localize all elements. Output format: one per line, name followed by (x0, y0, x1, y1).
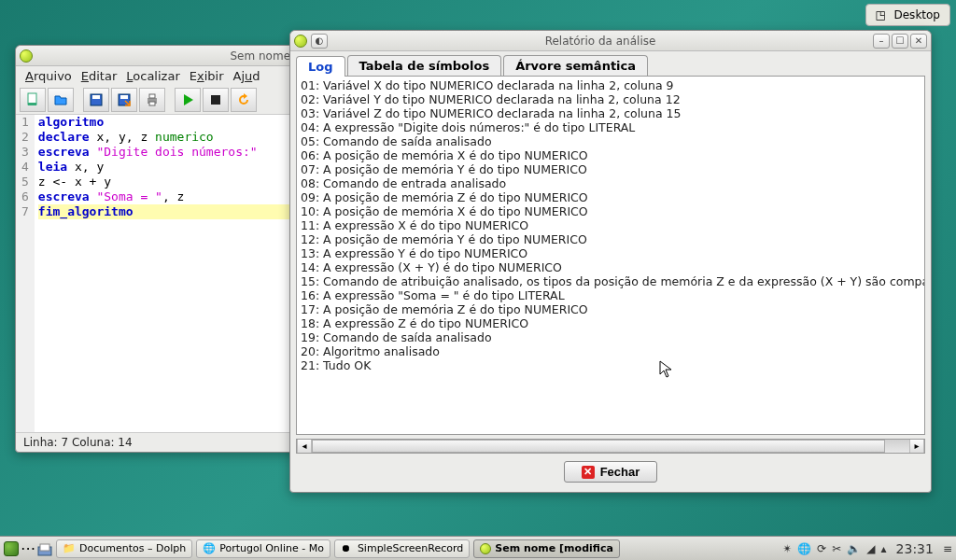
run-button[interactable] (175, 88, 201, 112)
start-menu-button[interactable] (4, 541, 19, 556)
log-line: 14: A expressão (X + Y) é do tipo NUMERI… (301, 260, 921, 274)
close-dialog-button[interactable]: ✕ Fechar (564, 461, 658, 483)
scroll-left-icon[interactable]: ◂ (297, 440, 312, 453)
scroll-right-icon[interactable]: ▸ (909, 440, 924, 453)
menu-help[interactable]: Ajud (229, 68, 263, 84)
desktop-switcher[interactable]: ◳ Desktop (865, 4, 951, 26)
dialog-title: Relatório da análise (328, 35, 873, 48)
taskbar: ⋯ 📁 Documentos – Dolph 🌐 Portugol Online… (0, 536, 956, 560)
log-line: 11: A expressão X é do tipo NUMERICO (301, 218, 921, 232)
mouse-cursor (659, 360, 674, 379)
log-output[interactable]: 01: Variável X do tipo NUMERICO declarad… (296, 76, 925, 435)
stop-button[interactable] (203, 88, 229, 112)
log-line: 04: A expressão "Digite dois números:" é… (301, 120, 921, 134)
desktop-label: Desktop (894, 8, 941, 21)
line-gutter: 1234567 (16, 115, 35, 432)
tray-bug-icon[interactable]: ✴ (782, 542, 792, 555)
minimize-button[interactable]: – (873, 34, 890, 49)
editor-task-icon (480, 543, 491, 554)
task-item-documents[interactable]: 📁 Documentos – Dolph (56, 539, 192, 558)
task-item-editor[interactable]: Sem nome [modifica (473, 539, 620, 558)
svg-rect-11 (40, 544, 49, 551)
tray-update-icon[interactable]: ⟳ (817, 542, 826, 555)
dialog-app-icon (294, 35, 307, 48)
log-line: 06: A posição de memória X é do tipo NUM… (301, 148, 921, 162)
log-line: 05: Comando de saída analisado (301, 134, 921, 148)
scroll-track[interactable] (312, 440, 909, 453)
task-item-portugol[interactable]: 🌐 Portugol Online - Mo (196, 539, 330, 558)
svg-rect-3 (92, 95, 100, 99)
log-line: 10: A posição de memória X é do tipo NUM… (301, 204, 921, 218)
log-line: 03: Variável Z do tipo NUMERICO declarad… (301, 106, 921, 120)
window-roll-icon[interactable]: ◐ (311, 34, 328, 49)
close-icon: ✕ (582, 466, 595, 479)
dialog-tabs: Log Tabela de símbolos Árvore semântica (290, 51, 931, 76)
close-window-button[interactable]: ✕ (910, 34, 927, 49)
launcher-icon[interactable]: ⋯ (21, 539, 35, 557)
save-button[interactable] (83, 88, 109, 112)
analysis-dialog: ◐ Relatório da análise – ☐ ✕ Log Tabela … (289, 30, 932, 493)
log-line: 08: Comando de entrada analisado (301, 176, 921, 190)
horizontal-scrollbar[interactable]: ◂ ▸ (296, 439, 925, 454)
tab-log[interactable]: Log (296, 56, 345, 77)
svg-rect-8 (149, 102, 155, 105)
menu-view[interactable]: Exibir (186, 68, 228, 84)
print-button[interactable] (139, 88, 165, 112)
save-as-button[interactable] (111, 88, 137, 112)
show-desktop-icon[interactable] (37, 541, 52, 556)
new-button[interactable] (20, 88, 46, 112)
scroll-thumb[interactable] (312, 440, 885, 453)
app-icon (20, 49, 33, 63)
svg-rect-5 (120, 95, 128, 99)
log-line: 20: Algoritmo analisado (301, 344, 921, 358)
menu-find[interactable]: Localizar (122, 68, 183, 84)
maximize-button[interactable]: ☐ (892, 34, 908, 49)
log-line: 18: A expressão Z é do tipo NUMERICO (301, 316, 921, 330)
open-button[interactable] (48, 88, 74, 112)
task-item-recorder[interactable]: ⏺ SimpleScreenRecord (334, 539, 470, 558)
log-line: 12: A posição de memória Y é do tipo NUM… (301, 232, 921, 246)
log-line: 19: Comando de saída analisado (301, 330, 921, 344)
tray-network-icon[interactable]: ◢ (866, 542, 875, 555)
tray-arrow-icon[interactable]: ▴ (881, 542, 887, 555)
folder-icon: 📁 (63, 542, 76, 555)
browser-icon: 🌐 (203, 542, 216, 555)
tab-symbols[interactable]: Tabela de símbolos (347, 55, 502, 76)
svg-rect-7 (149, 94, 155, 98)
log-line: 13: A expressão Y é do tipo NUMERICO (301, 246, 921, 260)
log-line: 15: Comando de atribuição analisado, os … (301, 274, 921, 288)
menu-edit[interactable]: Editar (77, 68, 121, 84)
log-line: 17: A posição de memória Z é do tipo NUM… (301, 302, 921, 316)
reload-button[interactable] (231, 88, 257, 112)
tray-globe-icon[interactable]: 🌐 (797, 542, 811, 555)
log-line: 01: Variável X do tipo NUMERICO declarad… (301, 78, 921, 92)
tab-tree[interactable]: Árvore semântica (503, 55, 648, 76)
log-line: 02: Variável Y do tipo NUMERICO declarad… (301, 92, 921, 106)
desktop-icon: ◳ (876, 8, 889, 21)
svg-rect-1 (28, 103, 36, 105)
log-line: 07: A posição de memória Y é do tipo NUM… (301, 162, 921, 176)
record-icon: ⏺ (341, 542, 354, 555)
log-line: 21: Tudo OK (301, 358, 921, 372)
clock[interactable]: 23:31 (893, 541, 937, 556)
dialog-titlebar[interactable]: ◐ Relatório da análise – ☐ ✕ (290, 31, 931, 51)
tray-volume-icon[interactable]: 🔈 (847, 542, 861, 555)
log-line: 16: A expressão "Soma = " é do tipo LITE… (301, 288, 921, 302)
tray-menu-icon[interactable]: ≡ (943, 542, 952, 555)
close-label: Fechar (600, 465, 640, 479)
system-tray: ✴ 🌐 ⟳ ✂ 🔈 ◢ ▴ 23:31 ≡ (782, 541, 952, 556)
menu-file[interactable]: Arquivo (21, 68, 76, 84)
tray-clipboard-icon[interactable]: ✂ (832, 542, 841, 555)
log-line: 09: A posição de memória Z é do tipo NUM… (301, 190, 921, 204)
svg-rect-9 (211, 95, 220, 105)
